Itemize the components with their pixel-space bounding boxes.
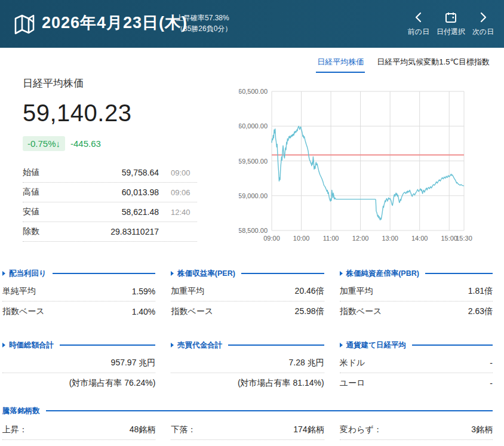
stat-value: 2.63倍 [468, 306, 493, 317]
stat-value: - [490, 379, 493, 388]
change-row: -0.75%↓ -445.63 [23, 136, 197, 151]
down-arrow-icon: ↓ [56, 139, 61, 149]
date-picker-button[interactable]: 日付選択 [435, 10, 467, 37]
advancers-row: 上昇：48銘柄 [2, 420, 155, 440]
row-time: 09:06 [159, 188, 197, 197]
calendar-icon [435, 10, 467, 25]
date-navigation: 前の日 日付選択 次の日 [402, 10, 499, 37]
triangle-right-icon [171, 343, 174, 347]
y-tick-label: 60,500.00 [239, 88, 268, 95]
price-line [272, 126, 464, 220]
section-rule [53, 273, 156, 274]
intraday-chart: 60,500.0060,000.0059,500.0059,000.0058,5… [239, 84, 473, 248]
prev-day-label: 前の日 [402, 27, 435, 37]
stat-value: 957.97 兆円 [111, 358, 156, 368]
tab-climate-1-5c-index[interactable]: 日経平均気候変動1.5℃目標指数 [376, 57, 491, 73]
section-title: 通貨建て日経平均 [346, 340, 406, 350]
tab-nikkei-average[interactable]: 日経平均株価 [316, 57, 365, 73]
stat-value: - [490, 358, 493, 368]
nikkei-logo-icon [13, 11, 36, 37]
section-title: 株価純資産倍率(PBR) [346, 269, 419, 279]
row-value: 59,758.64 [69, 168, 159, 177]
x-tick-label: 12:00 [352, 235, 369, 242]
stat-row: 指数ベース25.98倍 [171, 302, 324, 321]
section-per: 株価収益率(PER) 加重平均20.46倍 指数ベース25.98倍 [171, 269, 324, 321]
stat-value: 3銘柄 [471, 425, 493, 435]
y-tick-label: 58,500.00 [239, 227, 268, 234]
section-currency-basis: 通貨建て日経平均 米ドル- ユーロ- [340, 340, 493, 393]
x-tick-label: 11:00 [323, 235, 339, 242]
y-tick-label: 59,000.00 [239, 192, 268, 199]
prev-day-button[interactable]: 前の日 [402, 10, 435, 37]
win-rate-percent: 上昇確率57.38% [176, 13, 232, 23]
nikkei-dashboard-page: 2026年4月23日(木) 上昇確率57.38% （35勝26負0分） 前の日 … [0, 0, 504, 446]
stat-label: 変わらず： [340, 425, 382, 435]
section-dividend-yield: 配当利回り 単純平均1.59% 指数ベース1.40% [2, 269, 155, 321]
stat-label: 下落： [171, 425, 196, 435]
next-day-label: 次の日 [467, 27, 499, 37]
stat-value: (対市場占有率 76.24%) [69, 378, 156, 389]
stat-row: 加重平均1.81倍 [340, 282, 493, 302]
stats-grid: 配当利回り 単純平均1.59% 指数ベース1.40% 株価収益率(PER) 加重… [2, 269, 493, 393]
stat-row: (対市場占有率 76.24%) [2, 373, 155, 393]
section-rule [241, 273, 324, 274]
section-market-cap: 時価総額合計 957.97 兆円 (対市場占有率 76.24%) [2, 340, 155, 393]
x-tick-label: 15:30 [456, 235, 472, 242]
section-header: 時価総額合計 [2, 340, 155, 350]
stat-label: 単純平均 [2, 286, 36, 297]
x-tick-label: 14:00 [411, 235, 428, 242]
section-trading-value: 売買代金合計 7.28 兆円 (対市場占有率 81.14%) [171, 340, 324, 393]
row-time: 09:00 [159, 168, 197, 177]
stat-label: 指数ベース [2, 306, 45, 317]
row-value: 60,013.98 [69, 187, 159, 197]
section-header: 配当利回り [2, 269, 155, 278]
y-tick-label: 60,000.00 [239, 122, 268, 130]
section-header: 通貨建て日経平均 [340, 340, 493, 350]
decliners-row: 下落：174銘柄 [171, 420, 324, 440]
triangle-right-icon [171, 271, 174, 276]
stat-label: 上昇： [2, 425, 27, 435]
ohlc-table: 始値 59,758.64 09:00 高値 60,013.98 09:06 安値… [23, 163, 197, 242]
current-date: 2026年4月23日(木) [42, 12, 188, 33]
stat-row: 米ドル- [340, 353, 493, 373]
section-title: 時価総額合計 [9, 340, 54, 350]
section-rule [228, 345, 324, 346]
section-title: 株価収益率(PER) [177, 269, 235, 279]
stat-value: 7.28 兆円 [289, 358, 324, 368]
next-day-button[interactable]: 次の日 [467, 10, 499, 37]
row-label: 高値 [23, 187, 69, 198]
section-header: 株価純資産倍率(PBR) [340, 269, 493, 278]
table-row-high: 高値 60,013.98 09:06 [23, 183, 197, 202]
chevron-left-icon [402, 10, 435, 25]
stat-value: 20.46倍 [295, 286, 324, 297]
row-label: 安値 [23, 207, 69, 217]
triangle-right-icon [2, 343, 5, 347]
change-percent-badge: -0.75%↓ [23, 136, 65, 151]
stat-value: 1.81倍 [468, 286, 493, 297]
row-value: 58,621.48 [69, 207, 159, 217]
stat-row: 957.97 兆円 [2, 353, 155, 373]
win-rate-record: （35勝26負0分） [176, 23, 232, 34]
app-header: 2026年4月23日(木) 上昇確率57.38% （35勝26負0分） 前の日 … [0, 0, 504, 48]
row-label: 始値 [23, 167, 69, 178]
x-tick-label: 10:00 [293, 235, 310, 242]
section-rule [412, 345, 493, 346]
stat-label: 米ドル [340, 358, 365, 368]
stat-value: (対市場占有率 81.14%) [238, 378, 324, 389]
table-row-divisor: 除数 29.83110217 [23, 222, 197, 242]
x-tick-label: 15:00 [441, 235, 457, 242]
triangle-right-icon [2, 271, 5, 276]
stat-label: 加重平均 [340, 286, 373, 297]
stat-row: 単純平均1.59% [2, 282, 155, 302]
triangle-right-icon [340, 271, 343, 276]
section-rule [46, 410, 493, 411]
unchanged-row: 変わらず：3銘柄 [340, 420, 493, 440]
stat-row: 指数ベース1.40% [2, 302, 155, 321]
section-title: 売買代金合計 [177, 340, 222, 350]
x-tick-label: 09:00 [263, 235, 280, 242]
y-tick-label: 59,500.00 [239, 158, 268, 165]
advance-decline-grid: 上昇：48銘柄 下落：174銘柄 変わらず：3銘柄 [2, 420, 493, 440]
stat-value: 1.59% [132, 287, 156, 296]
win-rate: 上昇確率57.38% （35勝26負0分） [176, 13, 232, 34]
row-label: 除数 [23, 226, 69, 237]
